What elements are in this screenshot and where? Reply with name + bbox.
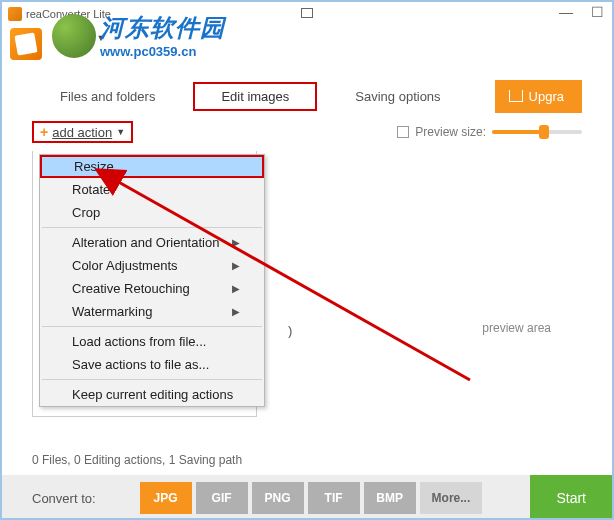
status-bar: 0 Files, 0 Editing actions, 1 Saving pat… [2, 445, 612, 475]
menu-label: Rotate [72, 182, 110, 197]
format-png-button[interactable]: PNG [252, 482, 304, 514]
tab-saving[interactable]: Saving options [327, 82, 468, 111]
chevron-right-icon: ▶ [232, 306, 240, 317]
menu-label: Creative Retouching [72, 281, 190, 296]
menu-item-save-actions[interactable]: Save actions to file as... [40, 353, 264, 376]
plus-icon: + [40, 124, 48, 140]
format-gif-button[interactable]: GIF [196, 482, 248, 514]
app-logo [10, 28, 42, 60]
preview-size-slider[interactable] [492, 123, 582, 141]
add-action-button[interactable]: + add action ▼ [32, 121, 133, 143]
window-controls: — ☐ [559, 4, 604, 20]
watermark-url: www.pc0359.cn [100, 44, 225, 59]
format-bmp-button[interactable]: BMP [364, 482, 416, 514]
upgrade-button[interactable]: Upgra [495, 80, 582, 113]
tab-files[interactable]: Files and folders [32, 82, 183, 111]
menu-label: Alteration and Orientation [72, 235, 219, 250]
menu-label: Resize [74, 159, 114, 174]
menu-item-retouching[interactable]: Creative Retouching ▶ [40, 277, 264, 300]
format-more-button[interactable]: More... [420, 482, 483, 514]
center-paren: ) [288, 323, 292, 338]
maximize-icon[interactable]: ☐ [591, 4, 604, 20]
watermark: 河东软件园 www.pc0359.cn [52, 12, 225, 59]
menu-item-crop[interactable]: Crop [40, 201, 264, 224]
preview-size-label: Preview size: [415, 125, 486, 139]
menu-label: Crop [72, 205, 100, 220]
menu-item-alteration[interactable]: Alteration and Orientation ▶ [40, 231, 264, 254]
menu-label: Load actions from file... [72, 334, 206, 349]
preview-size-control: Preview size: [397, 123, 582, 141]
menu-separator [42, 326, 262, 327]
menu-label: Keep current editing actions [72, 387, 233, 402]
watermark-text: 河东软件园 [100, 12, 225, 44]
toolbar: + add action ▼ Preview size: [2, 115, 612, 149]
watermark-logo [52, 14, 96, 58]
menu-label: Watermarking [72, 304, 152, 319]
menu-item-color[interactable]: Color Adjustments ▶ [40, 254, 264, 277]
menu-separator [42, 379, 262, 380]
menu-item-resize[interactable]: Resize [40, 155, 264, 178]
preview-area-label: preview area [482, 321, 551, 335]
add-action-label: add action [52, 125, 112, 140]
menu-item-keep-actions[interactable]: Keep current editing actions [40, 383, 264, 406]
chevron-right-icon: ▶ [232, 237, 240, 248]
format-tif-button[interactable]: TIF [308, 482, 360, 514]
start-button[interactable]: Start [530, 475, 612, 520]
preview-size-checkbox[interactable] [397, 126, 409, 138]
cart-icon [509, 90, 523, 102]
slider-handle[interactable] [539, 125, 549, 139]
convert-to-label: Convert to: [32, 491, 96, 506]
menu-item-load-actions[interactable]: Load actions from file... [40, 330, 264, 353]
chevron-right-icon: ▶ [232, 283, 240, 294]
minimize-icon[interactable]: — [559, 4, 573, 20]
upgrade-label: Upgra [529, 89, 564, 104]
menu-label: Save actions to file as... [72, 357, 209, 372]
bottombar: Convert to: JPG GIF PNG TIF BMP More... … [2, 475, 612, 520]
format-jpg-button[interactable]: JPG [140, 482, 192, 514]
menu-item-rotate[interactable]: Rotate [40, 178, 264, 201]
tab-edit-images[interactable]: Edit images [193, 82, 317, 111]
add-action-menu: Resize Rotate Crop Alteration and Orient… [39, 154, 265, 407]
chevron-down-icon: ▼ [116, 127, 125, 137]
menu-separator [42, 227, 262, 228]
menu-label: Color Adjustments [72, 258, 178, 273]
top-handle [301, 8, 313, 18]
chevron-right-icon: ▶ [232, 260, 240, 271]
tabs: Files and folders Edit images Saving opt… [2, 77, 612, 115]
slider-fill [492, 130, 542, 134]
menu-item-watermarking[interactable]: Watermarking ▶ [40, 300, 264, 323]
app-icon-small [8, 7, 22, 21]
